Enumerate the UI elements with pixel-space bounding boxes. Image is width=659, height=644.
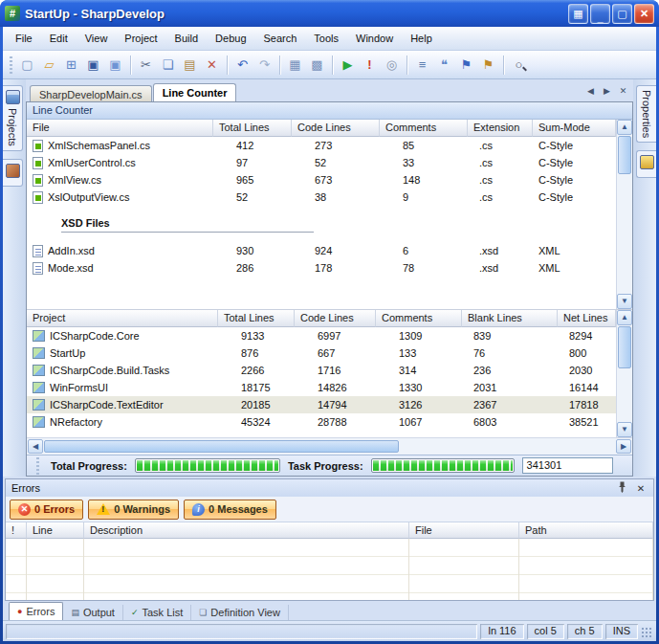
table-row[interactable]: ICSharpCode.Build.Tasks 2266 1716 314 23… bbox=[27, 362, 616, 379]
scroll-right-icon[interactable]: ▶ bbox=[616, 439, 631, 454]
scroll-thumb[interactable] bbox=[618, 326, 631, 368]
table-row[interactable]: StartUp 876 667 133 76 800 bbox=[27, 344, 616, 362]
table-row[interactable]: NRefactory 45324 28788 1067 6803 38521 bbox=[27, 413, 616, 431]
pad-tab-definition-view[interactable]: ❏ Definition View bbox=[191, 605, 289, 620]
column-header[interactable]: Total Lines bbox=[213, 120, 292, 137]
column-header[interactable]: Net Lines bbox=[558, 310, 616, 327]
table-row[interactable]: XmlSchemasPanel.cs 412 273 85 .cs C-Styl… bbox=[27, 137, 616, 154]
cut-icon[interactable]: ✂ bbox=[135, 55, 157, 76]
undo-icon[interactable]: ↶ bbox=[231, 55, 253, 76]
table-row[interactable]: AddIn.xsd 930 924 6 .xsd XML bbox=[27, 242, 616, 259]
scroll-thumb[interactable] bbox=[618, 136, 631, 174]
pad-tab-output[interactable]: ▤ Output bbox=[63, 605, 123, 620]
column-header[interactable]: Extension bbox=[468, 120, 533, 137]
column-header[interactable]: Blank Lines bbox=[462, 310, 558, 327]
scroll-up-icon[interactable]: ▲ bbox=[617, 120, 632, 135]
whitespace-icon[interactable]: ≡ bbox=[411, 55, 433, 76]
resize-grip[interactable] bbox=[641, 627, 653, 639]
scroll-left-icon[interactable]: ◀ bbox=[28, 439, 43, 454]
minimize-button[interactable]: _ bbox=[590, 4, 610, 24]
pin-icon[interactable] bbox=[615, 481, 628, 495]
sidebar-tab-help[interactable] bbox=[636, 150, 656, 178]
pad-tab-errors[interactable]: ● Errors bbox=[9, 602, 63, 620]
scroll-up-icon[interactable]: ▲ bbox=[617, 310, 632, 325]
copy-icon[interactable]: ❏ bbox=[157, 55, 179, 76]
doc-tab-sharpdevelopmain[interactable]: SharpDevelopMain.cs bbox=[30, 85, 152, 101]
table-row[interactable]: XmlView.cs 965 673 148 .cs C-Style bbox=[27, 171, 616, 189]
table-row[interactable]: XmlUserControl.cs 97 52 33 .cs C-Style bbox=[27, 154, 616, 171]
new-file-icon[interactable]: ▢ bbox=[16, 55, 38, 76]
toolbar-grip[interactable] bbox=[10, 56, 12, 74]
save-icon[interactable]: ▣ bbox=[82, 55, 104, 76]
comment-icon[interactable]: ❝ bbox=[433, 55, 455, 76]
scroll-down-icon[interactable]: ▼ bbox=[617, 422, 632, 437]
scroll-down-icon[interactable]: ▼ bbox=[617, 294, 632, 309]
breakpoint-icon[interactable]: ◎ bbox=[381, 55, 403, 76]
table-row[interactable]: Mode.xsd 286 178 78 .xsd XML bbox=[27, 259, 616, 277]
column-header[interactable]: Project bbox=[27, 310, 218, 327]
menu-view[interactable]: View bbox=[77, 30, 117, 47]
messages-filter-button[interactable]: i 0 Messages bbox=[184, 500, 276, 520]
menu-file[interactable]: File bbox=[7, 30, 41, 47]
window-menu-button[interactable]: ▦ bbox=[568, 4, 588, 24]
column-header[interactable]: Path bbox=[519, 522, 653, 539]
table-row[interactable]: ICSharpCode.Core 9133 6997 1309 839 8294 bbox=[27, 327, 616, 344]
warnings-filter-button[interactable]: 0 Warnings bbox=[88, 500, 179, 520]
doc-tab-line-counter[interactable]: Line Counter bbox=[153, 83, 237, 101]
panel-close-icon[interactable]: ✕ bbox=[634, 483, 648, 494]
errors-caption[interactable]: Errors ✕ bbox=[6, 479, 653, 497]
column-header[interactable]: Total Lines bbox=[218, 310, 295, 327]
tab-scroll-right-icon[interactable]: ▶ bbox=[600, 84, 614, 99]
project-table-vscrollbar[interactable]: ▲ ▼ bbox=[616, 310, 632, 437]
errors-grid-body[interactable] bbox=[6, 539, 653, 600]
stop-icon[interactable]: ! bbox=[359, 55, 381, 76]
paste-icon[interactable]: ▤ bbox=[179, 55, 201, 76]
menu-tools[interactable]: Tools bbox=[305, 30, 347, 47]
column-header[interactable]: Code Lines bbox=[292, 120, 380, 137]
run-icon[interactable]: ▶ bbox=[337, 55, 359, 76]
menu-search[interactable]: Search bbox=[255, 30, 306, 47]
column-header[interactable]: Comments bbox=[376, 310, 462, 327]
sidebar-tab-projects[interactable]: Projects bbox=[3, 85, 23, 151]
delete-icon[interactable]: ✕ bbox=[201, 55, 223, 76]
column-header[interactable]: File bbox=[409, 522, 519, 539]
table-row[interactable]: XslOutputView.cs 52 38 9 .cs C-Style bbox=[27, 189, 616, 206]
tab-scroll-left-icon[interactable]: ◀ bbox=[583, 84, 598, 99]
close-button[interactable]: ✕ bbox=[634, 4, 654, 24]
column-header[interactable]: Sum-Mode bbox=[533, 120, 616, 137]
menu-project[interactable]: Project bbox=[116, 30, 165, 47]
progress-grip[interactable] bbox=[36, 457, 39, 475]
column-header[interactable]: Line bbox=[27, 522, 84, 539]
column-header[interactable]: File bbox=[27, 120, 213, 137]
errors-filter-button[interactable]: ✕ 0 Errors bbox=[10, 500, 83, 520]
file-table-vscrollbar[interactable]: ▲ ▼ bbox=[616, 120, 632, 309]
build-icon[interactable]: ▦ bbox=[284, 55, 306, 76]
bookmark-prev-icon[interactable]: ⚑ bbox=[455, 55, 477, 76]
menu-window[interactable]: Window bbox=[347, 30, 402, 47]
build-all-icon[interactable]: ▩ bbox=[306, 55, 328, 76]
sidebar-tab-tools[interactable] bbox=[3, 159, 23, 187]
menu-help[interactable]: Help bbox=[402, 30, 441, 47]
column-header[interactable]: Description bbox=[84, 522, 409, 539]
menu-build[interactable]: Build bbox=[166, 30, 207, 47]
column-header[interactable]: Comments bbox=[380, 120, 468, 137]
restore-button[interactable]: ▢ bbox=[612, 4, 632, 24]
column-header[interactable]: ! bbox=[6, 522, 27, 539]
redo-icon[interactable]: ↷ bbox=[253, 55, 275, 76]
table-row[interactable]: WinFormsUI 18175 14826 1330 2031 16144 bbox=[27, 379, 616, 396]
pad-tab-task-list[interactable]: ✓ Task List bbox=[123, 605, 191, 620]
search-icon[interactable]: ○ bbox=[508, 55, 530, 76]
column-header[interactable]: Code Lines bbox=[295, 310, 376, 327]
horizontal-scrollbar[interactable]: ◀ ▶ bbox=[27, 437, 632, 455]
sidebar-tab-properties[interactable]: Properties bbox=[636, 85, 656, 143]
open-folder-icon[interactable]: ▱ bbox=[38, 55, 60, 76]
tab-close-icon[interactable]: ✕ bbox=[616, 84, 630, 99]
bookmark-next-icon[interactable]: ⚑ bbox=[477, 55, 499, 76]
menu-edit[interactable]: Edit bbox=[41, 30, 77, 47]
menu-debug[interactable]: Debug bbox=[207, 30, 254, 47]
save-all-icon[interactable]: ▣ bbox=[104, 55, 126, 76]
title-bar[interactable]: # StartUp - SharpDevelop ▦ _ ▢ ✕ bbox=[0, 0, 659, 27]
scroll-thumb[interactable] bbox=[44, 440, 399, 453]
table-row-selected[interactable]: ICSharpCode.TextEditor 20185 14794 3126 … bbox=[27, 396, 616, 413]
new-window-icon[interactable]: ⊞ bbox=[60, 55, 82, 76]
